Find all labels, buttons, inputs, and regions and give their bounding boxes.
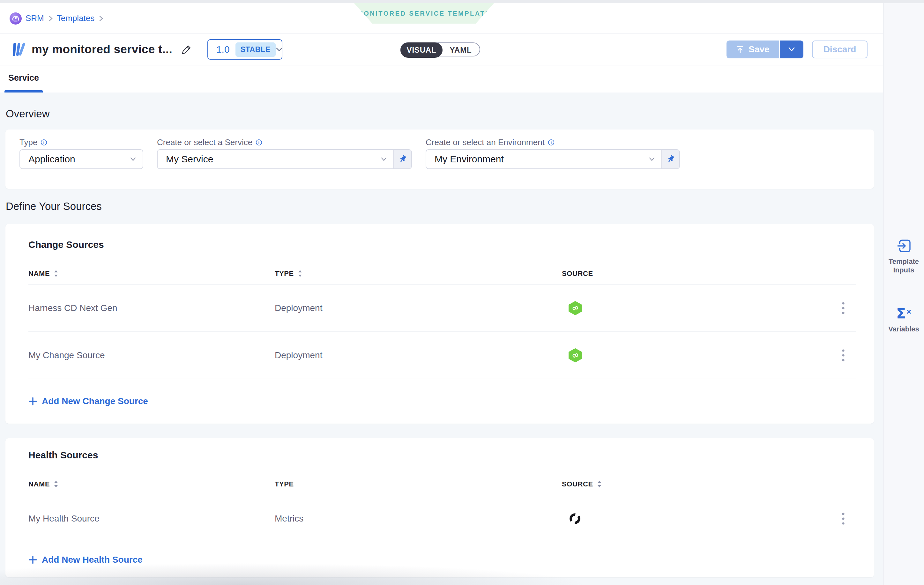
breadcrumb-link-templates[interactable]: Templates	[57, 13, 95, 23]
row-menu-kebab-icon[interactable]	[839, 299, 847, 317]
add-new-health-source-button[interactable]: Add New Health Source	[28, 555, 143, 565]
change-source-type: Deployment	[275, 303, 562, 313]
save-split-button[interactable]: Save	[726, 41, 804, 58]
sigma-x-icon: Σ ×	[896, 306, 911, 321]
health-source-type: Metrics	[275, 514, 562, 524]
srm-module-icon[interactable]	[10, 12, 22, 25]
type-select-main[interactable]: Application	[20, 150, 143, 168]
badge-label: MONITORED SERVICE TEMPLATE	[357, 10, 491, 17]
type-select-value: Application	[28, 154, 130, 165]
save-options-caret[interactable]	[779, 41, 804, 58]
add-change-source-label: Add New Change Source	[42, 396, 148, 406]
type-label-row: Type	[20, 135, 143, 149]
template-inputs-button[interactable]: Template Inputs	[887, 239, 921, 274]
type-header-label: TYPE	[275, 270, 294, 278]
viewport-top-strip	[0, 0, 924, 3]
chevron-down-icon	[130, 157, 136, 161]
type-label: Type	[20, 137, 37, 147]
plus-icon	[28, 555, 37, 564]
version-selector[interactable]: 1.0 STABLE	[207, 39, 282, 59]
save-label: Save	[749, 44, 769, 54]
change-source-type: Deployment	[275, 350, 562, 361]
template-inputs-label: Template Inputs	[887, 257, 921, 274]
sort-icon[interactable]	[298, 270, 302, 277]
chevron-down-icon	[381, 157, 387, 161]
chevron-down-icon	[648, 157, 655, 161]
change-source-name: Harness CD Next Gen	[28, 303, 275, 313]
page-title: my monitored service t...	[31, 43, 172, 56]
sort-icon[interactable]	[597, 480, 602, 488]
toggle-yaml[interactable]: YAML	[442, 43, 480, 57]
column-header-type[interactable]: TYPE	[275, 480, 562, 488]
tab-service-label: Service	[8, 73, 39, 85]
source-cell	[562, 512, 830, 526]
discard-button[interactable]: Discard	[812, 41, 868, 58]
overview-card: Type Application Create or se	[5, 130, 874, 189]
variables-button[interactable]: Σ × Variables	[887, 306, 921, 333]
pin-service-button[interactable]	[393, 150, 411, 168]
main-area: SRM Templates my monitored service t... …	[0, 3, 883, 585]
sort-icon[interactable]	[54, 270, 58, 277]
health-sources-heading: Health Sources	[28, 450, 856, 461]
pin-environment-button[interactable]	[662, 150, 679, 168]
environment-label-row: Create or select an Environment	[426, 135, 680, 149]
tabs-bar: Service	[0, 65, 883, 92]
column-header-type[interactable]: TYPE	[275, 270, 562, 278]
upload-icon	[736, 45, 744, 54]
table-row[interactable]: My Change Source Deployment ∞	[28, 332, 856, 379]
name-header-label: NAME	[28, 270, 50, 278]
type-select[interactable]: Application	[20, 149, 143, 169]
page-content: Overview Type Application	[0, 92, 883, 585]
environment-select-main[interactable]: My Environment	[426, 150, 662, 168]
add-health-source-label: Add New Health Source	[42, 555, 143, 565]
health-source-name: My Health Source	[28, 514, 275, 524]
breadcrumb-separator-icon	[48, 15, 53, 22]
toolbar-actions: Save Discard	[726, 41, 868, 58]
template-library-icon	[11, 41, 27, 58]
health-sources-header-row: NAME TYPE SOURCE	[28, 473, 856, 495]
environment-label: Create or select an Environment	[426, 137, 544, 147]
table-row[interactable]: My Health Source Metrics	[28, 495, 856, 542]
column-header-source[interactable]: SOURCE	[562, 270, 830, 278]
row-menu-kebab-icon[interactable]	[839, 510, 847, 527]
breadcrumb-link-srm[interactable]: SRM	[26, 13, 44, 23]
define-sources-heading: Define Your Sources	[6, 200, 883, 213]
variables-label: Variables	[887, 325, 921, 333]
plus-icon	[28, 397, 37, 406]
sort-icon[interactable]	[54, 480, 58, 488]
edit-title-pencil-icon[interactable]	[181, 43, 193, 56]
source-header-label: SOURCE	[562, 270, 593, 278]
visual-yaml-toggle[interactable]: VISUAL YAML	[401, 43, 480, 56]
monitored-service-template-badge: MONITORED SERVICE TEMPLATE	[354, 3, 494, 24]
field-environment: Create or select an Environment My Envir…	[426, 135, 680, 169]
change-source-name: My Change Source	[28, 350, 275, 361]
info-icon[interactable]	[548, 139, 554, 146]
save-button[interactable]: Save	[726, 41, 779, 58]
source-cell: ∞	[562, 348, 830, 363]
info-icon[interactable]	[41, 139, 47, 146]
row-menu-kebab-icon[interactable]	[839, 346, 847, 364]
service-select-value: My Service	[166, 154, 381, 165]
environment-select[interactable]: My Environment	[426, 149, 680, 169]
tab-service[interactable]: Service	[5, 65, 43, 92]
environment-select-value: My Environment	[434, 154, 648, 165]
name-header-label: NAME	[28, 480, 50, 488]
change-sources-heading: Change Sources	[28, 239, 856, 250]
info-icon[interactable]	[256, 139, 262, 146]
service-select-main[interactable]: My Service	[158, 150, 393, 168]
harness-cd-icon: ∞	[568, 348, 582, 363]
table-row[interactable]: Harness CD Next Gen Deployment ∞	[28, 285, 856, 332]
field-service: Create or select a Service My Service	[157, 135, 412, 169]
add-new-change-source-button[interactable]: Add New Change Source	[28, 396, 148, 406]
service-select[interactable]: My Service	[157, 149, 412, 169]
service-label: Create or select a Service	[157, 137, 252, 147]
add-health-source-row: Add New Health Source	[28, 542, 856, 577]
column-header-name[interactable]: NAME	[28, 480, 275, 488]
toggle-visual[interactable]: VISUAL	[401, 43, 442, 58]
version-number: 1.0	[216, 44, 230, 55]
column-header-name[interactable]: NAME	[28, 270, 275, 278]
right-panel: Template Inputs Σ × Variables	[883, 3, 924, 585]
column-header-source[interactable]: SOURCE	[562, 480, 830, 488]
service-label-row: Create or select a Service	[157, 135, 412, 149]
chevron-down-icon	[276, 47, 283, 52]
